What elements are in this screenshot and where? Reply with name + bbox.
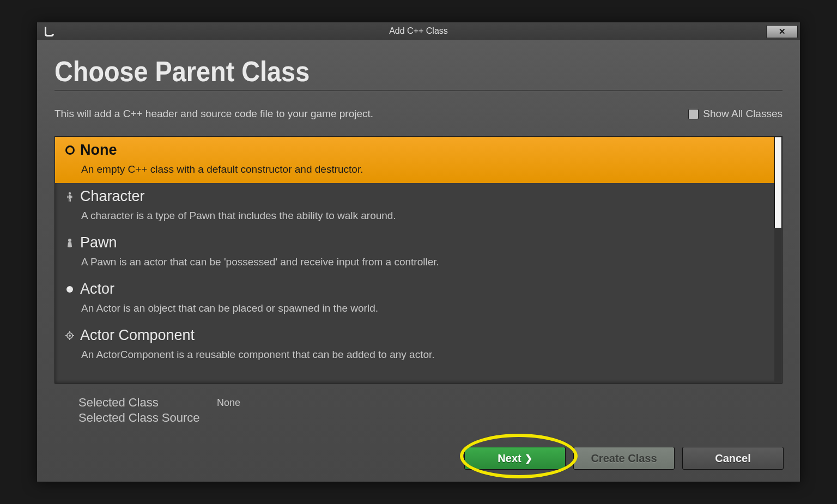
class-item-actor[interactable]: Actor An Actor is an object that can be … xyxy=(55,276,774,322)
class-list-viewport: None An empty C++ class with a default c… xyxy=(55,137,774,383)
page-title: Choose Parent Class xyxy=(54,55,709,88)
class-name: Character xyxy=(80,188,145,205)
create-class-button: Create Class xyxy=(573,447,675,470)
svg-point-0 xyxy=(69,192,71,194)
next-label: Next xyxy=(498,452,521,465)
unreal-logo-icon xyxy=(37,22,58,40)
svg-rect-1 xyxy=(69,195,71,199)
checkbox-icon xyxy=(688,109,699,119)
svg-rect-2 xyxy=(68,196,69,198)
titlebar: Add C++ Class ✕ xyxy=(37,22,800,40)
cancel-button[interactable]: Cancel xyxy=(682,447,784,470)
class-desc: A Pawn is an actor that can be 'possesse… xyxy=(81,256,765,268)
component-icon xyxy=(65,331,75,341)
class-name: Actor xyxy=(80,281,114,297)
selected-info: Selected Class None Selected Class Sourc… xyxy=(78,396,783,425)
class-name: Pawn xyxy=(80,234,117,251)
chevron-right-icon: ❯ xyxy=(525,453,532,464)
create-label: Create Class xyxy=(591,452,657,465)
class-desc: An empty C++ class with a default constr… xyxy=(81,163,765,175)
selected-class-source-value xyxy=(217,411,783,425)
svg-point-7 xyxy=(66,286,73,293)
cancel-label: Cancel xyxy=(715,452,751,465)
close-button[interactable]: ✕ xyxy=(766,25,798,38)
close-icon: ✕ xyxy=(779,27,786,37)
description-text: This will add a C++ header and source co… xyxy=(54,108,373,120)
class-name: None xyxy=(80,142,117,159)
window-title: Add C++ Class xyxy=(37,26,800,36)
class-name: Actor Component xyxy=(80,327,195,344)
actor-icon xyxy=(65,284,75,294)
description-row: This will add a C++ header and source co… xyxy=(54,108,783,120)
svg-rect-4 xyxy=(69,199,70,202)
selected-class-value: None xyxy=(217,396,783,410)
class-desc: An Actor is an object that can be placed… xyxy=(81,302,765,314)
character-icon xyxy=(65,192,75,202)
svg-point-6 xyxy=(68,239,71,242)
show-all-classes-checkbox[interactable]: Show All Classes xyxy=(688,108,783,120)
scrollbar-thumb[interactable] xyxy=(774,137,782,228)
svg-point-10 xyxy=(69,335,71,337)
pawn-icon xyxy=(65,238,75,248)
parent-class-list: None An empty C++ class with a default c… xyxy=(54,136,783,384)
class-item-actor-component[interactable]: Actor Component An ActorComponent is a r… xyxy=(55,322,774,368)
svg-rect-3 xyxy=(71,196,72,198)
dialog-content: Choose Parent Class This will add a C++ … xyxy=(37,40,800,482)
radio-icon xyxy=(65,145,75,155)
scrollbar[interactable] xyxy=(774,137,782,383)
add-cpp-class-window: Add C++ Class ✕ Choose Parent Class This… xyxy=(37,22,800,482)
dialog-buttons: Next ❯ Create Class Cancel xyxy=(464,447,784,470)
show-all-label: Show All Classes xyxy=(703,108,783,120)
class-item-character[interactable]: Character A character is a type of Pawn … xyxy=(55,183,774,229)
selected-class-label: Selected Class xyxy=(78,396,217,410)
class-item-none[interactable]: None An empty C++ class with a default c… xyxy=(55,137,774,183)
title-divider xyxy=(54,90,783,92)
class-desc: A character is a type of Pawn that inclu… xyxy=(81,210,765,222)
svg-rect-5 xyxy=(70,199,71,202)
svg-point-8 xyxy=(68,287,70,289)
class-desc: An ActorComponent is a reusable componen… xyxy=(81,349,765,361)
selected-class-source-label: Selected Class Source xyxy=(78,411,217,425)
class-item-pawn[interactable]: Pawn A Pawn is an actor that can be 'pos… xyxy=(55,229,774,276)
next-button[interactable]: Next ❯ xyxy=(464,447,566,470)
